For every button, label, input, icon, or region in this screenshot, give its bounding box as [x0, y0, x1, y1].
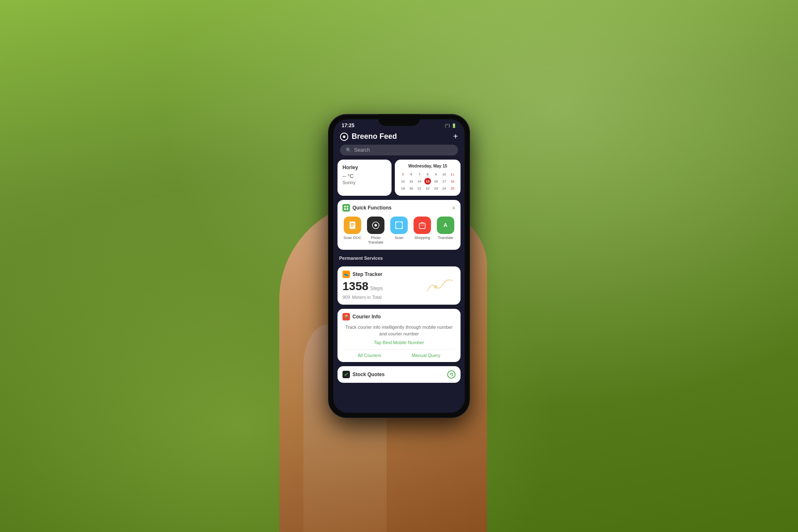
calendar-date-header: Wednesday, May 15: [399, 164, 456, 168]
svg-point-13: [423, 225, 424, 226]
calendar-day: 22: [424, 185, 431, 192]
calendar-grid: 5678910111213141516171819202122232425: [399, 171, 456, 192]
calendar-day: 25: [449, 185, 456, 192]
svg-point-9: [374, 224, 377, 227]
app-title-row: Breeno Feed: [340, 132, 397, 141]
calendar-day: 20: [408, 185, 414, 192]
quick-functions-add-button[interactable]: +: [452, 204, 456, 211]
refresh-icon: [449, 372, 453, 377]
weather-condition: Sunny: [342, 180, 387, 185]
battery-icon: 🔋: [451, 123, 456, 128]
app-title: Breeno Feed: [352, 132, 397, 141]
quick-function-label-photo-translate: Photo Translate: [365, 236, 386, 245]
calendar-day: 17: [441, 178, 448, 185]
svg-rect-0: [344, 206, 346, 207]
calendar-day: 9: [433, 171, 439, 177]
calendar-day: 13: [408, 178, 414, 185]
courier-actions-row: All Couriers Manual Query: [342, 349, 456, 358]
courier-info-card[interactable]: 📦 Courier Info Track courier info intell…: [337, 309, 461, 362]
calendar-day: 15: [424, 178, 431, 185]
step-path-svg: [423, 274, 456, 295]
phone-screen: 17:25 📳 🔋 Breeno Feed + 🔍 Search: [333, 119, 465, 413]
quick-function-item-scan[interactable]: Scan: [389, 217, 409, 245]
step-count-label: Steps: [370, 286, 383, 291]
quick-function-label-shopping: Shopping: [414, 236, 430, 240]
all-couriers-button[interactable]: All Couriers: [358, 353, 382, 358]
courier-info-title: Courier Info: [352, 314, 381, 320]
calendar-day: 6: [408, 171, 414, 177]
phone-notch: [378, 114, 420, 126]
weather-location: Horley: [342, 165, 387, 170]
calendar-day: 5: [400, 171, 406, 177]
step-path-decoration: [423, 274, 456, 297]
stock-quotes-left: Stock Quotes: [342, 371, 384, 378]
svg-point-15: [434, 285, 437, 288]
quick-functions-title-row: Quick Functions: [342, 204, 392, 212]
breeno-logo: [340, 133, 348, 141]
svg-rect-1: [347, 206, 348, 207]
calendar-day: 21: [416, 185, 423, 192]
quick-functions-card: Quick Functions + Scan DOCPhoto Translat…: [337, 200, 461, 250]
quick-function-item-translate[interactable]: ATranslate: [435, 217, 456, 245]
stock-quotes-card[interactable]: Stock Quotes: [337, 366, 461, 383]
quick-function-icon-scan-doc: [344, 217, 361, 234]
quick-functions-title: Quick Functions: [352, 205, 392, 211]
stock-quotes-icon: [342, 371, 350, 378]
quick-function-item-scan-doc[interactable]: Scan DOC: [342, 217, 363, 245]
courier-info-header: 📦 Courier Info: [342, 313, 456, 320]
quick-functions-row: Scan DOCPhoto TranslateScanShoppingATran…: [337, 215, 461, 250]
calendar-day: 7: [416, 171, 423, 177]
courier-info-icon: 📦: [342, 313, 350, 320]
permanent-services-label: Permanent Services: [337, 254, 461, 262]
calendar-day: 14: [416, 178, 423, 185]
step-tracker-card[interactable]: 👟 Step Tracker 1358 Steps 909 Meters in …: [337, 266, 461, 305]
quick-function-icon-scan: [390, 217, 408, 234]
breeno-logo-dot: [343, 135, 345, 138]
calendar-day: 24: [441, 185, 448, 192]
search-icon: 🔍: [346, 148, 352, 153]
quick-functions-icon: [342, 204, 350, 212]
calendar-widget[interactable]: Wednesday, May 15 5678910111213141516171…: [395, 160, 461, 196]
svg-text:A: A: [443, 222, 448, 228]
step-count-value: 1358: [342, 280, 368, 293]
top-widgets-row: Horley -- °C Sunny Wednesday, May 15 567…: [337, 160, 461, 196]
chart-icon: [344, 372, 348, 377]
calendar-day: 10: [441, 171, 448, 177]
svg-point-12: [421, 225, 422, 226]
step-meters-label: Meters in Total: [352, 295, 382, 300]
phone-device: 17:25 📳 🔋 Breeno Feed + 🔍 Search: [328, 114, 470, 418]
courier-tap-bind[interactable]: Tap Bind Mobile Number: [342, 340, 456, 345]
svg-rect-11: [419, 223, 425, 229]
quick-function-item-photo-translate[interactable]: Photo Translate: [365, 217, 386, 245]
quick-function-label-scan: Scan: [395, 236, 404, 240]
weather-temp: -- °C: [342, 173, 387, 179]
status-time: 17:25: [342, 123, 355, 128]
grid-icon: [344, 206, 348, 210]
quick-function-item-shopping[interactable]: Shopping: [412, 217, 433, 245]
calendar-day: 8: [424, 171, 431, 177]
step-tracker-title: Step Tracker: [352, 271, 382, 277]
calendar-day: 23: [433, 185, 439, 192]
manual-query-button[interactable]: Manual Query: [411, 353, 440, 358]
svg-rect-3: [347, 208, 348, 210]
quick-functions-header: Quick Functions +: [337, 200, 461, 215]
stock-quotes-refresh-button[interactable]: [447, 370, 456, 379]
stock-quotes-title: Stock Quotes: [352, 372, 384, 377]
quick-function-icon-shopping: [414, 217, 431, 234]
status-icons: 📳 🔋: [445, 123, 456, 128]
search-bar[interactable]: 🔍 Search: [340, 145, 458, 155]
add-widget-button[interactable]: +: [453, 132, 458, 141]
calendar-day: 18: [449, 178, 456, 185]
courier-info-description: Track courier info intelligently through…: [342, 324, 456, 337]
step-meters-value: 909: [342, 295, 350, 300]
svg-rect-10: [396, 222, 402, 229]
search-placeholder: Search: [354, 147, 370, 153]
quick-function-label-scan-doc: Scan DOC: [343, 236, 361, 240]
quick-function-icon-translate: A: [437, 217, 454, 234]
svg-rect-4: [350, 222, 355, 229]
weather-widget[interactable]: Horley -- °C Sunny: [337, 160, 392, 196]
quick-function-label-translate: Translate: [438, 236, 453, 240]
svg-rect-2: [344, 208, 346, 210]
calendar-day: 19: [400, 185, 406, 192]
calendar-day: 16: [433, 178, 439, 185]
